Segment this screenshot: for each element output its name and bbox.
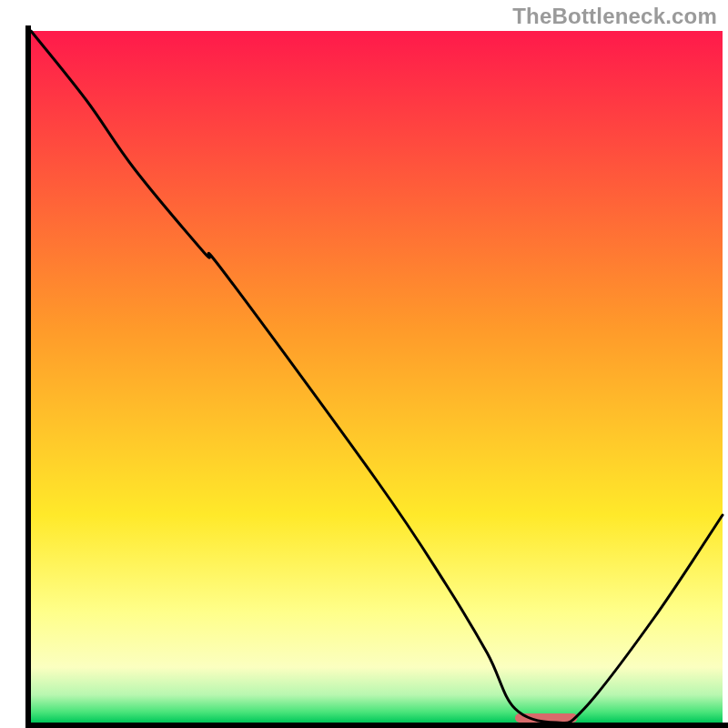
axis-left bbox=[25, 25, 31, 728]
axis-bottom bbox=[25, 723, 728, 728]
watermark-label: TheBottleneck.com bbox=[512, 4, 717, 29]
gradient-background bbox=[31, 31, 723, 723]
chart-viewport: TheBottleneck.com bbox=[0, 0, 728, 728]
bottleneck-chart bbox=[0, 0, 728, 728]
